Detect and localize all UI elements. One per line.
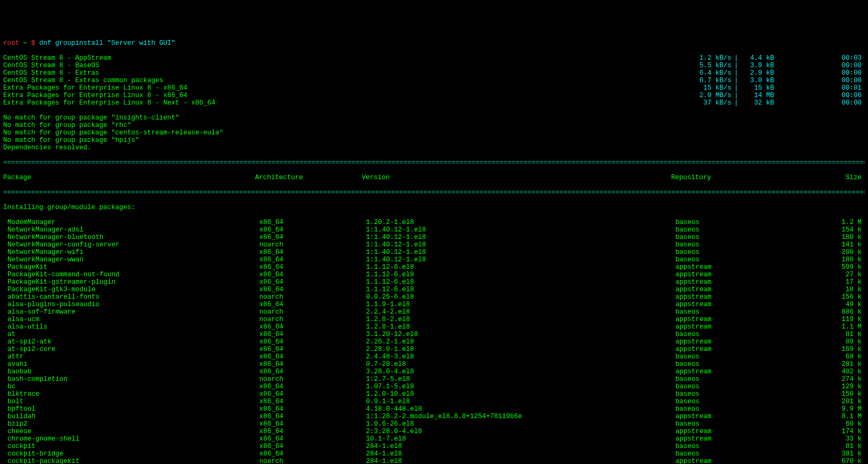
package-row: cockpit-packagekitnoarch284-1.el8appstre… <box>3 458 865 464</box>
warning-line: No match for group package "insights-cli… <box>3 114 865 122</box>
package-list: ModemManagerx86_641.20.2-1.el8baseos1.2 … <box>3 219 865 464</box>
pkg-version: 2.4.48-3.el8 <box>366 353 675 361</box>
package-row: atx86_643.1.20-12.el8baseos81 k <box>3 331 865 338</box>
pkg-size: 169 k <box>782 346 865 353</box>
pkg-name: bzip2 <box>3 420 259 428</box>
pkg-size: 381 k <box>782 450 865 458</box>
package-row: bash-completionnoarch1:2.7-5.el8baseos27… <box>3 375 865 383</box>
package-row: attrx86_642.4.48-3.el8baseos68 k <box>3 353 865 361</box>
pkg-version: 1.1.9-1.el8 <box>366 301 675 308</box>
repository-row: Extra Packages for Enterprise Linux 8 - … <box>3 99 865 107</box>
pkg-version: 1:1.40.12-1.el8 <box>366 234 675 241</box>
repository-row: Extra Packages for Enterprise Linux 8 - … <box>3 84 865 92</box>
pkg-repo: appstream <box>675 338 782 346</box>
package-row: cockpitx86_64284-1.el8baseos81 k <box>3 443 865 450</box>
pkg-name: alsa-sof-firmware <box>3 308 259 316</box>
package-row: PackageKitx86_641.1.12-6.el8appstream599… <box>3 263 865 271</box>
pkg-version: 1.1.12-6.el8 <box>366 271 675 278</box>
pkg-arch: x86_64 <box>259 428 366 435</box>
pkg-name: baobab <box>3 368 259 375</box>
pkg-size: 141 k <box>782 241 865 249</box>
pkg-arch: x86_64 <box>259 271 366 278</box>
header-package: Package <box>3 174 255 181</box>
pkg-repo: baseos <box>675 375 782 383</box>
pkg-repo: baseos <box>675 308 782 316</box>
pkg-size: 17 k <box>782 278 865 286</box>
pkg-size: 119 k <box>782 316 865 323</box>
pkg-size: 599 k <box>782 263 865 271</box>
pkg-size: 33 k <box>782 435 865 443</box>
package-row: blktracex86_641.2.0-10.el8baseos150 k <box>3 390 865 398</box>
pkg-repo: baseos <box>675 234 782 241</box>
package-row: ModemManagerx86_641.20.2-1.el8baseos1.2 … <box>3 219 865 226</box>
pkg-version: 4.18.0-448.el8 <box>366 405 675 413</box>
pkg-version: 1.20.2-1.el8 <box>366 219 675 226</box>
package-row: buildahx86_641:1.28.2-2.module_el8.8.0+1… <box>3 413 865 420</box>
pkg-arch: x86_64 <box>259 398 366 405</box>
section-title: Installing group/module packages: <box>3 204 865 211</box>
pkg-repo: baseos <box>675 390 782 398</box>
pkg-name: NetworkManager-bluetooth <box>3 234 259 241</box>
pkg-version: 2.28.0-1.el8 <box>366 346 675 353</box>
header-size: Size <box>778 174 865 181</box>
pkg-version: 1:1.40.12-1.el8 <box>366 256 675 263</box>
repo-size: 3.0 kB <box>741 77 774 84</box>
pkg-name: at-spi2-core <box>3 346 259 353</box>
pkg-name: cockpit-packagekit <box>3 458 259 464</box>
table-header: PackageArchitectureVersionRepositorySize <box>3 174 865 181</box>
repository-row: CentOS Stream 8 - Extras common packages… <box>3 77 865 84</box>
pkg-name: chrome-gnome-shell <box>3 435 259 443</box>
pkg-repo: appstream <box>675 458 782 464</box>
pkg-arch: x86_64 <box>259 338 366 346</box>
repo-speed: 15 kB/s <box>678 84 731 92</box>
repo-time: 00:00 <box>774 69 865 77</box>
pkg-repo: appstream <box>675 316 782 323</box>
pkg-repo: baseos <box>675 331 782 338</box>
repo-time: 00:00 <box>774 62 865 69</box>
package-row: chrome-gnome-shellx86_6410.1-7.el8appstr… <box>3 435 865 443</box>
pkg-version: 284-1.el8 <box>366 458 675 464</box>
prompt-user: root <box>3 39 19 47</box>
pkg-size: 402 k <box>782 368 865 375</box>
pkg-name: NetworkManager-config-server <box>3 241 259 249</box>
repo-time: 00:00 <box>774 77 865 84</box>
package-row: bcx86_641.07.1-5.el8baseos129 k <box>3 383 865 390</box>
repo-sep: | <box>731 84 741 92</box>
pkg-repo: baseos <box>675 405 782 413</box>
repo-sep: | <box>731 54 741 62</box>
pkg-arch: x86_64 <box>259 353 366 361</box>
package-row: at-spi2-corex86_642.28.0-1.el8appstream1… <box>3 346 865 353</box>
pkg-arch: x86_64 <box>259 278 366 286</box>
prompt-line[interactable]: root ~ $ dnf groupinstall "Server with G… <box>3 39 865 47</box>
pkg-arch: x86_64 <box>259 346 366 353</box>
pkg-size: 154 k <box>782 226 865 234</box>
pkg-repo: appstream <box>675 435 782 443</box>
pkg-version: 0.7-20.el8 <box>366 361 675 368</box>
repo-speed: 5.5 kB/s <box>678 62 731 69</box>
pkg-version: 1.0.6-26.el8 <box>366 420 675 428</box>
pkg-size: 81 k <box>782 331 865 338</box>
pkg-version: 284-1.el8 <box>366 443 675 450</box>
package-row: at-spi2-atkx86_642.26.2-1.el8appstream89… <box>3 338 865 346</box>
pkg-name: attr <box>3 353 259 361</box>
package-row: alsa-utilsx86_641.2.8-1.el8appstream1.1 … <box>3 323 865 331</box>
pkg-name: at-spi2-atk <box>3 338 259 346</box>
pkg-repo: appstream <box>675 323 782 331</box>
pkg-size: 49 k <box>782 301 865 308</box>
repo-sep: | <box>731 77 741 84</box>
repository-row: Extra Packages for Enterprise Linux 8 - … <box>3 92 865 99</box>
pkg-version: 2.26.2-1.el8 <box>366 338 675 346</box>
pkg-size: 670 k <box>782 458 865 464</box>
pkg-name: blktrace <box>3 390 259 398</box>
command-text: dnf groupinstall "Server with GUI" <box>35 39 176 47</box>
warning-list: No match for group package "insights-cli… <box>3 114 865 151</box>
pkg-arch: x86_64 <box>259 368 366 375</box>
pkg-name: alsa-utils <box>3 323 259 331</box>
pkg-repo: baseos <box>675 219 782 226</box>
pkg-version: 1:1.40.12-1.el8 <box>366 241 675 249</box>
pkg-name: at <box>3 331 259 338</box>
pkg-name: ModemManager <box>3 219 259 226</box>
repo-speed: 37 kB/s <box>678 99 731 107</box>
pkg-arch: x86_64 <box>259 405 366 413</box>
pkg-repo: baseos <box>675 450 782 458</box>
